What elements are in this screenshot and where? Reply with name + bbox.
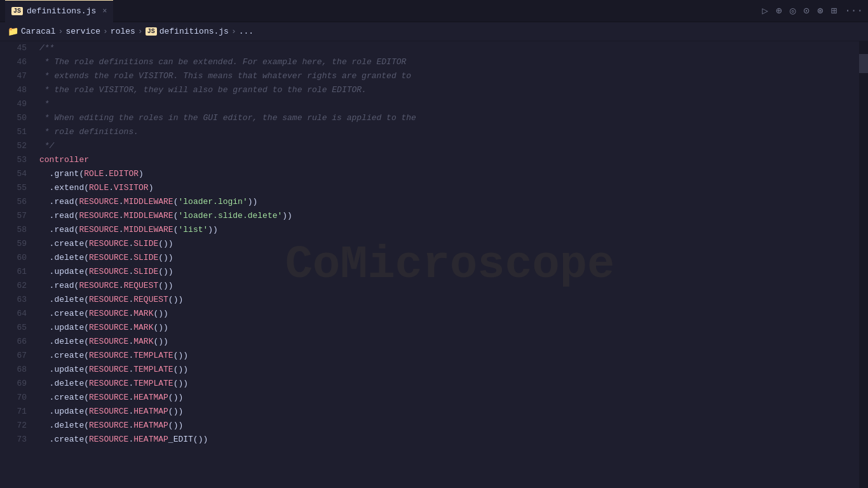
line-number: 71 bbox=[0, 405, 27, 419]
table-row: .create(RESOURCE.SLIDE()) bbox=[39, 237, 868, 251]
table-row: .create(RESOURCE.HEATMAP_EDIT()) bbox=[39, 433, 868, 447]
code-token: RESOURCE bbox=[89, 265, 128, 279]
line-number: 48 bbox=[0, 83, 27, 97]
code-token: SLIDE bbox=[133, 265, 158, 279]
title-bar-actions: ▷ ⊕ ◎ ⊙ ⊛ ⊞ ··· bbox=[762, 4, 863, 17]
code-token: . bbox=[128, 307, 133, 321]
table-row: .delete(RESOURCE.REQUEST()) bbox=[39, 293, 868, 307]
code-token: ( bbox=[173, 195, 179, 209]
code-token: ( bbox=[173, 209, 179, 223]
code-token: TEMPLATE bbox=[133, 349, 173, 363]
code-token: . bbox=[128, 419, 133, 433]
code-token: RESOURCE bbox=[89, 419, 128, 433]
code-token: ()) bbox=[168, 293, 183, 307]
table-row: .read(RESOURCE.MIDDLEWARE('loader.slide.… bbox=[39, 209, 868, 223]
code-token: RESOURCE bbox=[89, 293, 128, 307]
breadcrumb-root[interactable]: Caracal bbox=[21, 27, 56, 36]
run-button[interactable]: ▷ bbox=[762, 4, 768, 17]
code-token: .read( bbox=[39, 223, 79, 237]
layout-icon[interactable]: ⊞ bbox=[831, 4, 837, 17]
code-token: . bbox=[104, 167, 109, 181]
line-number: 69 bbox=[0, 377, 27, 391]
code-token: * The role definitions can be extended. … bbox=[39, 55, 406, 69]
table-row: .read(RESOURCE.MIDDLEWARE('loader.login'… bbox=[39, 195, 868, 209]
code-token: MARK bbox=[133, 307, 153, 321]
code-token: HEATMAP bbox=[133, 419, 168, 433]
line-number: 65 bbox=[0, 321, 27, 335]
line-number: 51 bbox=[0, 125, 27, 139]
breadcrumb-ellipsis[interactable]: ... bbox=[239, 27, 254, 36]
code-token: RESOURCE bbox=[89, 363, 128, 377]
table-row: * the role VISITOR, they will also be gr… bbox=[39, 83, 868, 97]
code-token: * extends the role VISITOR. This means t… bbox=[39, 69, 411, 83]
table-row: .read(RESOURCE.MIDDLEWARE('list')) bbox=[39, 223, 868, 237]
code-token: ROLE bbox=[89, 181, 109, 195]
code-token: RESOURCE bbox=[89, 377, 128, 391]
code-token: ) bbox=[149, 181, 154, 195]
line-number: 60 bbox=[0, 251, 27, 265]
line-number: 56 bbox=[0, 195, 27, 209]
code-content[interactable]: CoMicroscope /** * The role definitions … bbox=[32, 41, 868, 488]
code-token: ( bbox=[173, 223, 179, 237]
code-token: RESOURCE bbox=[89, 405, 128, 419]
code-token: ()) bbox=[153, 321, 168, 335]
editor-tab[interactable]: JS definitions.js × bbox=[5, 0, 113, 22]
code-token: MIDDLEWARE bbox=[124, 223, 173, 237]
code-token: _EDIT()) bbox=[168, 433, 208, 447]
line-number: 61 bbox=[0, 265, 27, 279]
code-token: . bbox=[128, 293, 133, 307]
code-token: .create( bbox=[39, 349, 89, 363]
line-numbers: 4546474849505152535455565758596061626364… bbox=[0, 41, 32, 488]
code-token: SLIDE bbox=[133, 251, 158, 265]
code-token: RESOURCE bbox=[89, 307, 128, 321]
code-token: /** bbox=[39, 41, 54, 55]
code-token: ROLE bbox=[84, 167, 104, 181]
js-file-icon: JS bbox=[11, 7, 23, 15]
debug-icon[interactable]: ⊕ bbox=[776, 4, 782, 17]
code-token: RESOURCE bbox=[89, 335, 128, 349]
table-row: .delete(RESOURCE.MARK()) bbox=[39, 335, 868, 349]
table-row: /** bbox=[39, 41, 868, 55]
tab-close-button[interactable]: × bbox=[102, 7, 107, 16]
code-token: .create( bbox=[39, 433, 89, 447]
breadcrumb-filename[interactable]: definitions.js bbox=[159, 27, 229, 36]
line-number: 59 bbox=[0, 237, 27, 251]
code-token: . bbox=[119, 209, 124, 223]
code-token: . bbox=[128, 251, 133, 265]
lock-icon[interactable]: ⊙ bbox=[803, 4, 810, 17]
code-token: RESOURCE bbox=[89, 237, 128, 251]
table-row: .update(RESOURCE.MARK()) bbox=[39, 321, 868, 335]
breadcrumb-service[interactable]: service bbox=[65, 27, 100, 36]
table-row: .grant(ROLE.EDITOR) bbox=[39, 167, 868, 181]
line-number: 49 bbox=[0, 97, 27, 111]
code-token: MIDDLEWARE bbox=[124, 195, 173, 209]
more-icon[interactable]: ··· bbox=[844, 5, 863, 17]
table-row: .extend(ROLE.VISITOR) bbox=[39, 181, 868, 195]
code-token: EDITOR bbox=[109, 167, 139, 181]
breadcrumb-roles[interactable]: roles bbox=[111, 27, 135, 36]
minimap bbox=[859, 41, 868, 488]
breadcrumb-icon[interactable]: ⊛ bbox=[817, 4, 824, 17]
line-number: 73 bbox=[0, 433, 27, 447]
line-number: 63 bbox=[0, 293, 27, 307]
code-token: MARK bbox=[133, 321, 153, 335]
code-token: ()) bbox=[168, 391, 183, 405]
code-token: .delete( bbox=[39, 251, 89, 265]
code-token: RESOURCE bbox=[79, 279, 118, 293]
split-icon[interactable]: ◎ bbox=[790, 4, 796, 17]
minimap-slider[interactable] bbox=[859, 54, 868, 73]
code-token: RESOURCE bbox=[79, 223, 118, 237]
code-token: .read( bbox=[39, 209, 79, 223]
table-row: .read(RESOURCE.REQUEST()) bbox=[39, 279, 868, 293]
title-bar: JS definitions.js × ▷ ⊕ ◎ ⊙ ⊛ ⊞ ··· bbox=[0, 0, 868, 22]
code-token: .update( bbox=[39, 265, 89, 279]
code-token: . bbox=[128, 405, 133, 419]
code-token: * the role VISITOR, they will also be gr… bbox=[39, 83, 367, 97]
code-token: ) bbox=[139, 167, 144, 181]
code-token: ()) bbox=[173, 363, 188, 377]
line-number: 66 bbox=[0, 335, 27, 349]
table-row: .create(RESOURCE.MARK()) bbox=[39, 307, 868, 321]
code-token: VISITOR bbox=[114, 181, 149, 195]
code-token: .delete( bbox=[39, 335, 89, 349]
table-row: */ bbox=[39, 139, 868, 153]
